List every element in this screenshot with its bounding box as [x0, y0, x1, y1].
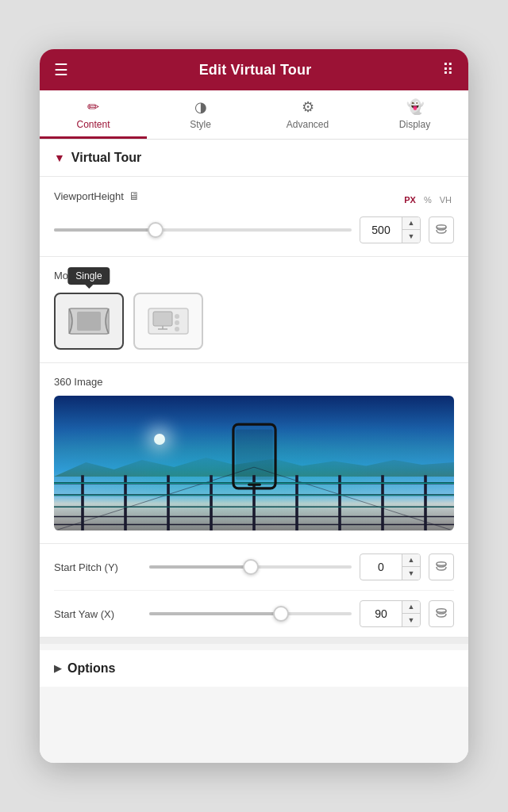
viewport-decrement-button[interactable]: ▼: [402, 230, 420, 243]
yaw-stepper: ▲ ▼: [402, 601, 420, 626]
viewport-stepper: ▲ ▼: [402, 217, 420, 243]
unit-vh-button[interactable]: VH: [437, 193, 454, 206]
app-shell: ☰ Edit Virtual Tour ⠿ ✏ Content ◑ Style …: [40, 49, 468, 763]
unit-buttons: PX % VH: [402, 193, 454, 206]
virtual-tour-section-header[interactable]: ▼ Virtual Tour: [40, 140, 468, 177]
unit-px-button[interactable]: PX: [402, 193, 418, 206]
pitch-db-icon-button[interactable]: [429, 553, 454, 580]
pitch-slider-fill: [149, 565, 251, 569]
yaw-increment-button[interactable]: ▲: [402, 601, 420, 614]
svg-point-7: [175, 314, 179, 319]
tour-mode-icon: [147, 305, 190, 337]
slider-track: [54, 228, 352, 232]
options-arrow-icon: ▶: [54, 663, 61, 674]
yaw-decrement-button[interactable]: ▼: [402, 614, 420, 626]
content-area: ▼ Virtual Tour ViewportHeight 🖥 PX % VH: [40, 140, 468, 763]
options-header[interactable]: ▶ Options: [54, 661, 454, 676]
mode-tour-option[interactable]: [133, 293, 203, 350]
panorama-image[interactable]: [54, 396, 454, 530]
image-360-panel: 360 Image: [40, 363, 468, 544]
tabs-bar: ✏ Content ◑ Style ⚙ Advanced 👻 Display: [40, 90, 468, 140]
svg-rect-4: [153, 312, 172, 326]
svg-rect-31: [247, 484, 260, 486]
viewport-height-label: ViewportHeight: [54, 190, 124, 202]
viewport-header-row: ViewportHeight 🖥 PX % VH: [54, 190, 454, 210]
tab-advanced[interactable]: ⚙ Advanced: [254, 90, 361, 139]
section-divider: [40, 638, 468, 644]
start-yaw-slider[interactable]: [149, 606, 352, 622]
start-yaw-input[interactable]: [360, 603, 402, 625]
svg-point-32: [437, 562, 446, 565]
header-title: Edit Virtual Tour: [199, 62, 312, 79]
unit-pct-button[interactable]: %: [421, 193, 434, 206]
tab-display[interactable]: 👻 Display: [361, 90, 468, 139]
mode-tooltip: Single: [67, 267, 110, 285]
database-icon: [435, 224, 448, 236]
start-yaw-input-wrap: ▲ ▼: [360, 600, 421, 627]
options-panel: ▶ Options: [40, 650, 468, 687]
start-yaw-row: Start Yaw (X) ▲ ▼: [54, 591, 454, 637]
viewport-db-icon-button[interactable]: [429, 216, 454, 243]
pitch-stepper: ▲ ▼: [402, 554, 420, 580]
options-title: Options: [67, 661, 115, 676]
mode-options: Single: [54, 293, 454, 350]
viewport-slider[interactable]: [54, 222, 352, 238]
svg-rect-2: [77, 312, 101, 331]
params-panel: Start Pitch (Y) ▲ ▼: [40, 544, 468, 638]
yaw-slider-track: [149, 612, 352, 615]
display-tab-icon: 👻: [406, 98, 424, 116]
single-mode-icon: [67, 305, 110, 337]
pitch-database-icon: [435, 561, 448, 573]
viewport-value-input-wrap: ▲ ▼: [360, 216, 421, 243]
yaw-db-icon-button[interactable]: [429, 600, 454, 627]
pitch-slider-track: [149, 565, 352, 569]
start-pitch-label: Start Pitch (Y): [54, 561, 141, 573]
pitch-increment-button[interactable]: ▲: [402, 554, 420, 567]
viewport-label-row: ViewportHeight 🖥: [54, 190, 140, 202]
start-pitch-slider[interactable]: [149, 559, 352, 575]
slider-fill: [54, 228, 156, 232]
yaw-database-icon: [435, 608, 448, 619]
start-pitch-row: Start Pitch (Y) ▲ ▼: [54, 544, 454, 591]
yaw-slider-thumb[interactable]: [273, 606, 289, 622]
yaw-slider-fill: [149, 612, 281, 615]
viewport-height-panel: ViewportHeight 🖥 PX % VH: [40, 177, 468, 257]
svg-point-9: [175, 327, 179, 331]
tab-content[interactable]: ✏ Content: [40, 90, 147, 139]
tab-display-label: Display: [399, 119, 430, 130]
grid-icon[interactable]: ⠿: [442, 60, 454, 79]
advanced-tab-icon: ⚙: [302, 98, 314, 116]
header: ☰ Edit Virtual Tour ⠿: [40, 49, 468, 90]
section-arrow-icon: ▼: [54, 151, 65, 164]
tab-style[interactable]: ◑ Style: [147, 90, 254, 139]
virtual-tour-title: Virtual Tour: [71, 151, 141, 165]
viewport-slider-row: ▲ ▼: [54, 216, 454, 243]
viewport-value-input[interactable]: [360, 219, 402, 241]
content-tab-icon: ✏: [87, 98, 99, 116]
menu-icon[interactable]: ☰: [54, 60, 68, 79]
start-pitch-input-wrap: ▲ ▼: [360, 553, 421, 580]
image-360-label: 360 Image: [54, 376, 454, 388]
pitch-decrement-button[interactable]: ▼: [402, 567, 420, 580]
viewport-increment-button[interactable]: ▲: [402, 217, 420, 230]
mode-label: Mode: [54, 270, 454, 282]
tab-content-label: Content: [76, 119, 110, 130]
svg-rect-30: [236, 430, 273, 481]
mode-panel: Mode Single: [40, 257, 468, 363]
start-pitch-input[interactable]: [360, 556, 402, 578]
style-tab-icon: ◑: [194, 98, 207, 116]
slider-thumb[interactable]: [148, 222, 164, 238]
svg-point-8: [175, 320, 179, 325]
phone-frame-overlay: [206, 423, 302, 490]
pitch-slider-thumb[interactable]: [243, 559, 259, 575]
svg-point-33: [437, 609, 446, 612]
svg-point-0: [437, 225, 446, 228]
monitor-icon: 🖥: [129, 190, 140, 202]
tab-style-label: Style: [190, 119, 211, 130]
mode-single-option[interactable]: Single: [54, 293, 124, 350]
start-yaw-label: Start Yaw (X): [54, 608, 141, 620]
tab-advanced-label: Advanced: [287, 119, 329, 130]
